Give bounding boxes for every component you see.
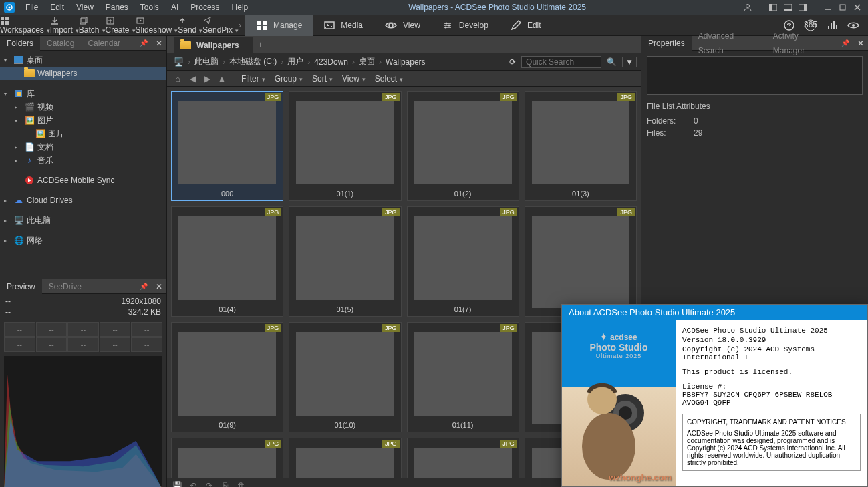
pin-icon[interactable]: 📌 — [136, 39, 152, 47]
thumbnail-item[interactable]: JPG01(9) — [171, 322, 283, 432]
batch-button[interactable]: Batch — [79, 16, 106, 35]
thumbnail-item[interactable]: JPG — [289, 438, 401, 478]
import-button[interactable]: Import — [50, 16, 79, 35]
layout-3-icon[interactable] — [796, 2, 809, 13]
slideshow-button[interactable]: Slideshow — [136, 16, 178, 35]
status-save-icon[interactable]: 💾 — [171, 480, 183, 488]
tree-video[interactable]: ▸🎬视频 — [0, 100, 166, 114]
file-tab-wallpapers[interactable]: Wallpapers — [174, 37, 253, 53]
panel-close-icon[interactable]: ✕ — [152, 39, 166, 48]
pin-icon[interactable]: 📌 — [136, 283, 152, 290]
crumb-folder[interactable]: Wallpapers — [383, 57, 428, 67]
monitor-icon[interactable]: 🖥️ — [171, 57, 186, 67]
thumbnail-item[interactable]: JPG000 — [171, 91, 283, 201]
thumbnail-item[interactable]: JPG — [525, 206, 637, 317]
svg-rect-44 — [17, 92, 21, 96]
quick-search-input[interactable] — [521, 56, 601, 68]
tree-pictures[interactable]: ▾🖼️图片 — [0, 114, 166, 127]
menu-help[interactable]: Help — [227, 0, 254, 15]
thumbnail-item[interactable]: JPG01(5) — [289, 206, 401, 317]
pin-icon[interactable]: 📌 — [837, 39, 853, 47]
user-icon[interactable] — [741, 2, 754, 13]
thumbnail-item[interactable]: JPG01(10) — [289, 322, 401, 432]
crumb-users[interactable]: 用户 — [285, 56, 306, 67]
layout-1-icon[interactable] — [766, 2, 780, 13]
menu-ai[interactable]: AI — [166, 0, 184, 15]
mode-edit[interactable]: Edit — [499, 15, 552, 36]
menu-panes[interactable]: Panes — [100, 0, 134, 15]
thumbnail-item[interactable]: JPG — [407, 438, 519, 478]
thumbnail-item[interactable]: JPG01(3) — [525, 91, 637, 201]
tree-network[interactable]: ▸🌐网络 — [0, 234, 166, 247]
search-icon[interactable]: 🔍 — [603, 57, 621, 67]
tab-calendar[interactable]: Calendar — [81, 36, 127, 51]
status-redo-icon[interactable]: ↷ — [203, 480, 215, 488]
tree-docs[interactable]: ▸📄文档 — [0, 140, 166, 154]
refresh-icon[interactable]: ⟳ — [505, 57, 520, 67]
menu-edit[interactable]: Edit — [45, 0, 69, 15]
menu-tools[interactable]: Tools — [135, 0, 164, 15]
crumb-drive[interactable]: 本地磁盘 (C:) — [227, 56, 279, 67]
new-tab-button[interactable]: + — [253, 39, 269, 50]
tab-catalog[interactable]: Catalog — [40, 36, 81, 51]
minimize-button[interactable] — [821, 2, 835, 13]
svg-rect-8 — [804, 4, 807, 11]
layout-2-icon[interactable] — [781, 2, 794, 13]
tree-pictures-sub[interactable]: 🖼️图片 — [0, 127, 166, 140]
tree-library[interactable]: ▾库 — [0, 87, 166, 100]
create-button[interactable]: Create — [106, 16, 136, 35]
thumbnail-item[interactable]: JPG01(11) — [407, 322, 519, 432]
tab-seedrive[interactable]: SeeDrive — [42, 279, 88, 294]
filter-funnel-icon[interactable]: ▼ — [622, 57, 637, 67]
select-dropdown[interactable]: Select — [371, 74, 407, 84]
menu-process[interactable]: Process — [185, 0, 225, 15]
thumbnail-image — [414, 101, 512, 184]
mode-manage[interactable]: Manage — [245, 15, 313, 36]
maximize-button[interactable] — [836, 2, 849, 13]
tree-mobile-sync[interactable]: ACDSee Mobile Sync — [0, 174, 166, 187]
tree-wallpapers[interactable]: Wallpapers — [0, 67, 166, 80]
nav-home-icon[interactable]: ⌂ — [171, 72, 184, 86]
tab-folders[interactable]: Folders — [0, 36, 40, 51]
mode-develop[interactable]: Develop — [431, 15, 499, 36]
nav-fwd-icon[interactable]: ▶ — [200, 72, 214, 86]
more-button[interactable]: › — [239, 21, 241, 30]
thumbnail-item[interactable]: JPG01(1) — [289, 91, 401, 201]
sort-dropdown[interactable]: Sort — [308, 74, 337, 84]
menu-view[interactable]: View — [71, 0, 99, 15]
menu-file[interactable]: File — [20, 0, 43, 15]
group-dropdown[interactable]: Group — [271, 74, 307, 84]
status-delete-icon[interactable]: 🗑 — [235, 480, 247, 488]
status-copy-icon[interactable]: ⎘ — [219, 480, 231, 488]
panel-close-icon[interactable]: ✕ — [853, 39, 868, 48]
tree-cloud[interactable]: ▸☁Cloud Drives — [0, 194, 166, 207]
panel-close-icon[interactable]: ✕ — [152, 282, 166, 291]
status-undo-icon[interactable]: ↶ — [187, 480, 199, 488]
eye-icon[interactable] — [844, 16, 863, 35]
workspaces-button[interactable]: Workspaces — [0, 16, 50, 35]
thumbnail-item[interactable]: JPG — [171, 438, 283, 478]
format-badge: JPG — [265, 208, 282, 216]
file-list-attributes-label: File List Attributes — [647, 102, 863, 111]
sendpix-button[interactable]: SendPix — [202, 16, 239, 35]
crumb-thispc[interactable]: 此电脑 — [192, 56, 221, 67]
mode-media[interactable]: Media — [313, 15, 374, 36]
view-dropdown[interactable]: View — [338, 74, 370, 84]
tab-preview[interactable]: Preview — [0, 279, 42, 294]
thumbnail-item[interactable]: JPG01(2) — [407, 91, 519, 201]
nav-back-icon[interactable]: ◀ — [186, 72, 199, 86]
mode-view[interactable]: View — [374, 15, 431, 36]
crumb-user[interactable]: 423Down — [311, 57, 351, 67]
send-button[interactable]: Send — [178, 16, 202, 35]
filter-dropdown[interactable]: Filter — [237, 74, 269, 84]
nav-up-icon[interactable]: ▲ — [215, 72, 229, 86]
tree-desktop[interactable]: ▾桌面 — [0, 53, 166, 67]
thumbnail-item[interactable]: JPG01(4) — [171, 206, 283, 317]
crumb-desktop[interactable]: 桌面 — [356, 56, 378, 67]
thumbnail-item[interactable]: JPG01(7) — [407, 206, 519, 317]
tab-properties[interactable]: Properties — [641, 36, 692, 51]
close-button[interactable] — [851, 2, 864, 13]
format-badge: JPG — [382, 93, 400, 101]
tree-music[interactable]: ▸♪音乐 — [0, 154, 166, 167]
tree-thispc[interactable]: ▸🖥️此电脑 — [0, 214, 166, 227]
